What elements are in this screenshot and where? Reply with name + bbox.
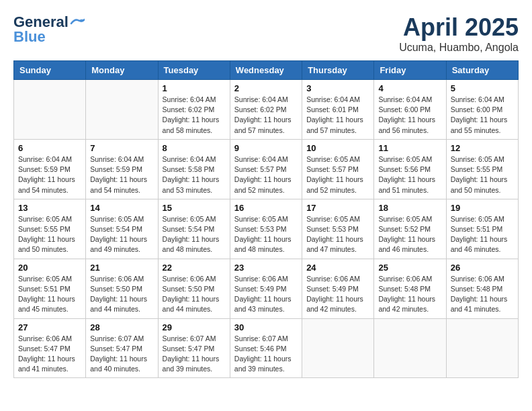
day-info: Sunrise: 6:06 AM Sunset: 5:48 PM Dayligh…	[378, 274, 441, 315]
day-info: Sunrise: 6:06 AM Sunset: 5:50 PM Dayligh…	[90, 274, 153, 315]
day-number: 18	[378, 203, 441, 213]
calendar-week-row: 20Sunrise: 6:05 AM Sunset: 5:51 PM Dayli…	[14, 259, 519, 318]
calendar-table: SundayMondayTuesdayWednesdayThursdayFrid…	[13, 60, 519, 378]
day-info: Sunrise: 6:04 AM Sunset: 6:00 PM Dayligh…	[378, 95, 441, 136]
day-number: 23	[234, 263, 298, 273]
day-number: 17	[306, 203, 369, 213]
day-info: Sunrise: 6:07 AM Sunset: 5:47 PM Dayligh…	[163, 334, 226, 375]
day-number: 28	[90, 322, 153, 332]
calendar-cell	[374, 318, 446, 378]
calendar-cell	[86, 80, 158, 140]
day-info: Sunrise: 6:05 AM Sunset: 5:55 PM Dayligh…	[18, 214, 81, 255]
calendar-week-row: 1Sunrise: 6:04 AM Sunset: 6:02 PM Daylig…	[14, 80, 519, 140]
calendar-cell: 8Sunrise: 6:04 AM Sunset: 5:58 PM Daylig…	[158, 139, 230, 199]
day-info: Sunrise: 6:07 AM Sunset: 5:46 PM Dayligh…	[234, 334, 298, 375]
day-number: 12	[451, 143, 514, 153]
day-number: 2	[234, 83, 298, 93]
calendar-week-row: 13Sunrise: 6:05 AM Sunset: 5:55 PM Dayli…	[14, 199, 519, 259]
day-info: Sunrise: 6:05 AM Sunset: 5:55 PM Dayligh…	[451, 154, 514, 195]
calendar-cell: 17Sunrise: 6:05 AM Sunset: 5:53 PM Dayli…	[302, 199, 374, 259]
day-info: Sunrise: 6:06 AM Sunset: 5:49 PM Dayligh…	[234, 274, 298, 315]
day-number: 3	[306, 83, 369, 93]
calendar-cell: 5Sunrise: 6:04 AM Sunset: 6:00 PM Daylig…	[446, 80, 518, 140]
day-number: 16	[234, 203, 298, 213]
day-info: Sunrise: 6:05 AM Sunset: 5:52 PM Dayligh…	[378, 214, 441, 255]
calendar-cell: 7Sunrise: 6:04 AM Sunset: 5:59 PM Daylig…	[86, 139, 158, 199]
logo-bird-icon	[70, 17, 85, 28]
calendar-week-row: 6Sunrise: 6:04 AM Sunset: 5:59 PM Daylig…	[14, 139, 519, 199]
logo: General Blue	[13, 13, 85, 46]
day-number: 8	[163, 143, 226, 153]
day-number: 14	[90, 203, 153, 213]
calendar-cell: 4Sunrise: 6:04 AM Sunset: 6:00 PM Daylig…	[374, 80, 446, 140]
day-number: 4	[378, 83, 441, 93]
day-number: 24	[306, 263, 369, 273]
day-info: Sunrise: 6:04 AM Sunset: 5:57 PM Dayligh…	[234, 154, 298, 195]
weekday-header: Wednesday	[230, 61, 302, 80]
weekday-header: Sunday	[14, 61, 86, 80]
calendar-cell: 1Sunrise: 6:04 AM Sunset: 6:02 PM Daylig…	[158, 80, 230, 140]
calendar-cell: 22Sunrise: 6:06 AM Sunset: 5:50 PM Dayli…	[158, 259, 230, 318]
day-number: 1	[163, 83, 226, 93]
weekday-header: Thursday	[302, 61, 374, 80]
weekday-header: Tuesday	[158, 61, 230, 80]
day-info: Sunrise: 6:05 AM Sunset: 5:51 PM Dayligh…	[18, 274, 81, 315]
calendar-cell: 28Sunrise: 6:07 AM Sunset: 5:47 PM Dayli…	[86, 318, 158, 378]
day-info: Sunrise: 6:04 AM Sunset: 6:02 PM Dayligh…	[234, 95, 298, 136]
calendar-cell: 3Sunrise: 6:04 AM Sunset: 6:01 PM Daylig…	[302, 80, 374, 140]
calendar-cell: 18Sunrise: 6:05 AM Sunset: 5:52 PM Dayli…	[374, 199, 446, 259]
day-number: 13	[18, 203, 81, 213]
day-number: 21	[90, 263, 153, 273]
calendar-cell: 11Sunrise: 6:05 AM Sunset: 5:56 PM Dayli…	[374, 139, 446, 199]
day-info: Sunrise: 6:04 AM Sunset: 6:00 PM Dayligh…	[451, 95, 514, 136]
calendar-cell: 27Sunrise: 6:06 AM Sunset: 5:47 PM Dayli…	[14, 318, 86, 378]
day-number: 5	[451, 83, 514, 93]
weekday-header: Friday	[374, 61, 446, 80]
day-number: 22	[163, 263, 226, 273]
day-info: Sunrise: 6:05 AM Sunset: 5:57 PM Dayligh…	[306, 154, 369, 195]
calendar-cell: 6Sunrise: 6:04 AM Sunset: 5:59 PM Daylig…	[14, 139, 86, 199]
day-number: 26	[451, 263, 514, 273]
weekday-header: Monday	[86, 61, 158, 80]
calendar-cell: 15Sunrise: 6:05 AM Sunset: 5:54 PM Dayli…	[158, 199, 230, 259]
day-info: Sunrise: 6:04 AM Sunset: 5:58 PM Dayligh…	[163, 154, 226, 195]
day-info: Sunrise: 6:06 AM Sunset: 5:49 PM Dayligh…	[306, 274, 369, 315]
day-number: 29	[163, 322, 226, 332]
calendar-cell: 14Sunrise: 6:05 AM Sunset: 5:54 PM Dayli…	[86, 199, 158, 259]
calendar-cell	[446, 318, 518, 378]
calendar-cell: 2Sunrise: 6:04 AM Sunset: 6:02 PM Daylig…	[230, 80, 302, 140]
calendar-week-row: 27Sunrise: 6:06 AM Sunset: 5:47 PM Dayli…	[14, 318, 519, 378]
day-number: 25	[378, 263, 441, 273]
day-info: Sunrise: 6:06 AM Sunset: 5:50 PM Dayligh…	[163, 274, 226, 315]
page-header: General Blue April 2025 Ucuma, Huambo, A…	[13, 13, 519, 54]
day-info: Sunrise: 6:05 AM Sunset: 5:54 PM Dayligh…	[163, 214, 226, 255]
weekday-header: Saturday	[446, 61, 518, 80]
calendar-cell	[302, 318, 374, 378]
day-number: 27	[18, 322, 81, 332]
location-text: Ucuma, Huambo, Angola	[399, 42, 519, 54]
calendar-cell: 9Sunrise: 6:04 AM Sunset: 5:57 PM Daylig…	[230, 139, 302, 199]
day-info: Sunrise: 6:05 AM Sunset: 5:51 PM Dayligh…	[451, 214, 514, 255]
calendar-cell	[14, 80, 86, 140]
day-info: Sunrise: 6:04 AM Sunset: 5:59 PM Dayligh…	[18, 154, 81, 195]
calendar-cell: 24Sunrise: 6:06 AM Sunset: 5:49 PM Dayli…	[302, 259, 374, 318]
day-info: Sunrise: 6:05 AM Sunset: 5:53 PM Dayligh…	[306, 214, 369, 255]
calendar-cell: 19Sunrise: 6:05 AM Sunset: 5:51 PM Dayli…	[446, 199, 518, 259]
calendar-cell: 23Sunrise: 6:06 AM Sunset: 5:49 PM Dayli…	[230, 259, 302, 318]
day-number: 20	[18, 263, 81, 273]
calendar-cell: 30Sunrise: 6:07 AM Sunset: 5:46 PM Dayli…	[230, 318, 302, 378]
day-info: Sunrise: 6:04 AM Sunset: 6:01 PM Dayligh…	[306, 95, 369, 136]
day-info: Sunrise: 6:04 AM Sunset: 6:02 PM Dayligh…	[163, 95, 226, 136]
calendar-cell: 21Sunrise: 6:06 AM Sunset: 5:50 PM Dayli…	[86, 259, 158, 318]
day-info: Sunrise: 6:04 AM Sunset: 5:59 PM Dayligh…	[90, 154, 153, 195]
calendar-cell: 20Sunrise: 6:05 AM Sunset: 5:51 PM Dayli…	[14, 259, 86, 318]
day-number: 19	[451, 203, 514, 213]
calendar-header-row: SundayMondayTuesdayWednesdayThursdayFrid…	[14, 61, 519, 80]
day-number: 30	[234, 322, 298, 332]
logo-text-blue: Blue	[13, 28, 46, 46]
calendar-cell: 16Sunrise: 6:05 AM Sunset: 5:53 PM Dayli…	[230, 199, 302, 259]
day-info: Sunrise: 6:06 AM Sunset: 5:48 PM Dayligh…	[451, 274, 514, 315]
calendar-cell: 25Sunrise: 6:06 AM Sunset: 5:48 PM Dayli…	[374, 259, 446, 318]
calendar-cell: 29Sunrise: 6:07 AM Sunset: 5:47 PM Dayli…	[158, 318, 230, 378]
day-info: Sunrise: 6:05 AM Sunset: 5:54 PM Dayligh…	[90, 214, 153, 255]
